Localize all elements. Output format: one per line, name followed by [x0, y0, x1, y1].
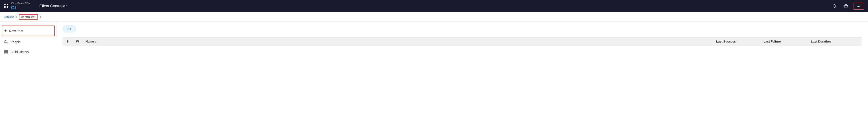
table-header: S W Name ↓ Last Success Last Failure Las… [63, 37, 862, 46]
col-last-success-label: Last Success [716, 40, 736, 43]
page-title: Client Controller [39, 4, 67, 8]
breadcrumb: Jenkins > controller1 > [0, 12, 868, 22]
grid-menu-button[interactable] [4, 4, 8, 8]
table-col-last-duration: Last Duration [811, 40, 858, 43]
search-button[interactable] [831, 2, 838, 10]
svg-line-1 [836, 7, 836, 8]
build-history-icon [4, 50, 8, 54]
svg-rect-6 [4, 52, 8, 53]
brand-logo[interactable]: CloudBees SDA CI [11, 2, 30, 10]
col-name-label: Name [86, 40, 94, 43]
sort-arrow-icon: ↓ [95, 40, 96, 43]
col-last-failure-label: Last Failure [764, 40, 781, 43]
jobs-table: S W Name ↓ Last Success Last Failure Las… [63, 37, 862, 46]
svg-point-4 [5, 40, 6, 42]
people-icon [4, 40, 8, 44]
col-last-duration-label: Last Duration [811, 40, 831, 43]
sidebar-item-build-history[interactable]: Build History [0, 47, 57, 57]
grid-icon [4, 4, 8, 8]
breadcrumb-current[interactable]: controller1 [19, 14, 38, 19]
breadcrumb-home[interactable]: Jenkins [4, 15, 14, 19]
sidebar-people-label: People [10, 40, 21, 44]
table-col-last-failure: Last Failure [764, 40, 811, 43]
sidebar-new-item-label: New Item [9, 29, 23, 33]
table-col-s: S [67, 40, 76, 43]
main-content: + New Item People B [0, 22, 868, 134]
brand-ci-text: CI [11, 5, 30, 10]
sidebar-build-history-label: Build History [10, 50, 29, 54]
table-col-w: W [76, 40, 86, 43]
content-area: All S W Name ↓ Last Success Last Failure [57, 22, 868, 134]
svg-point-0 [833, 4, 836, 7]
sidebar-item-people[interactable]: People [0, 37, 57, 47]
user-button[interactable]: test [854, 3, 864, 10]
sidebar: + New Item People B [0, 22, 57, 134]
table-col-name[interactable]: Name ↓ [86, 40, 716, 43]
search-icon [833, 4, 837, 8]
svg-rect-5 [4, 50, 8, 51]
brand-sda-text: CloudBees SDA [11, 2, 30, 5]
plus-icon: + [4, 28, 7, 33]
sidebar-item-new-item[interactable]: + New Item [2, 26, 55, 36]
top-navbar: CloudBees SDA CI Client Controller test [0, 0, 868, 12]
breadcrumb-separator: > [16, 15, 18, 19]
all-filter-button[interactable]: All [63, 26, 76, 32]
col-s-label: S [67, 40, 69, 43]
help-icon [844, 4, 848, 8]
breadcrumb-chevron-icon: > [40, 15, 42, 19]
table-col-last-success: Last Success [716, 40, 764, 43]
help-button[interactable] [842, 2, 850, 10]
navbar-right: test [831, 2, 864, 10]
col-w-label: W [76, 40, 79, 43]
svg-rect-7 [4, 53, 8, 54]
